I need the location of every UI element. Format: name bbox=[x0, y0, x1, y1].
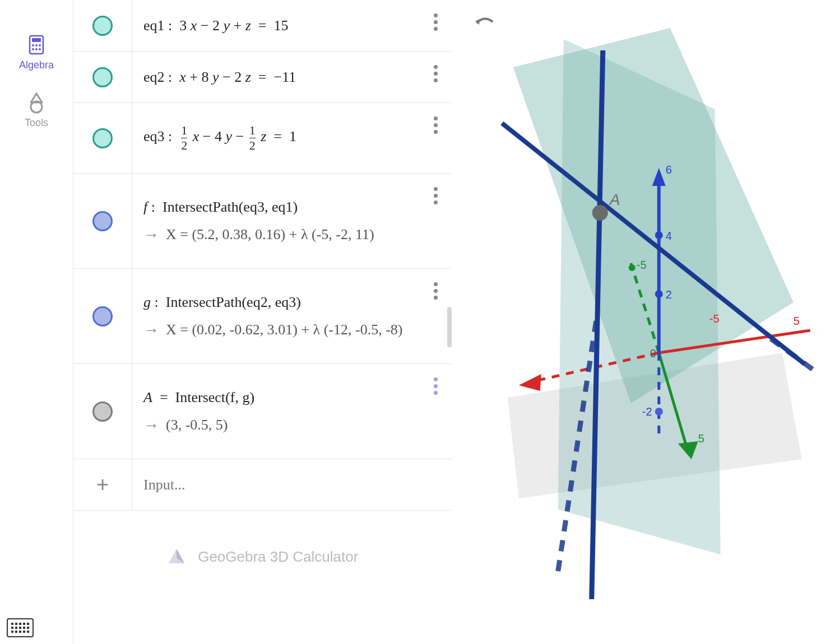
plus-icon: + bbox=[96, 473, 109, 497]
svg-text:-5: -5 bbox=[709, 312, 719, 325]
svg-text:-2: -2 bbox=[642, 405, 652, 418]
expr-eq3: eq3 : 12 x − 4 y − 12 z = 1 bbox=[132, 103, 420, 173]
marble-icon bbox=[92, 16, 113, 36]
output-arrow-icon: → bbox=[143, 321, 159, 339]
output-arrow-icon: → bbox=[143, 416, 159, 434]
visibility-toggle-A[interactable] bbox=[73, 364, 132, 459]
marble-icon bbox=[92, 306, 113, 326]
visibility-toggle-g[interactable] bbox=[73, 269, 132, 363]
more-menu-eq3[interactable] bbox=[434, 116, 438, 134]
marble-icon bbox=[92, 402, 113, 422]
scrollbar-handle[interactable] bbox=[447, 307, 452, 347]
visibility-toggle-f[interactable] bbox=[73, 174, 132, 268]
output-arrow-icon: → bbox=[143, 226, 159, 244]
svg-point-3 bbox=[35, 44, 38, 46]
svg-text:-5: -5 bbox=[636, 259, 646, 271]
point-A-label: A bbox=[608, 191, 620, 208]
input-row[interactable]: + bbox=[73, 459, 452, 511]
more-menu-A[interactable] bbox=[434, 377, 438, 395]
svg-point-14 bbox=[655, 231, 662, 239]
svg-text:2: 2 bbox=[665, 288, 671, 301]
keyboard-button[interactable] bbox=[7, 618, 34, 637]
svg-point-16 bbox=[655, 408, 662, 416]
svg-text:4: 4 bbox=[665, 230, 671, 242]
svg-text:5: 5 bbox=[698, 432, 704, 445]
svg-point-6 bbox=[35, 48, 38, 50]
marble-icon bbox=[92, 128, 113, 148]
nav-tools[interactable]: Tools bbox=[25, 91, 48, 129]
svg-text:5: 5 bbox=[793, 315, 799, 327]
point-A[interactable] bbox=[592, 205, 607, 221]
arrowhead-x bbox=[518, 374, 541, 391]
svg-text:0: 0 bbox=[650, 347, 656, 360]
input-field[interactable] bbox=[143, 477, 409, 493]
undo-button[interactable] bbox=[474, 13, 495, 32]
svg-point-7 bbox=[39, 48, 41, 50]
svg-point-5 bbox=[32, 48, 34, 50]
add-row[interactable]: + bbox=[73, 459, 132, 510]
more-menu-eq1[interactable] bbox=[434, 13, 438, 31]
svg-rect-1 bbox=[32, 38, 41, 42]
nav-algebra[interactable]: Algebra bbox=[19, 34, 54, 71]
svg-point-2 bbox=[32, 44, 34, 46]
footer-text: GeoGebra 3D Calculator bbox=[198, 548, 358, 566]
calculator-icon bbox=[25, 34, 48, 56]
algebra-panel: eq1 : 3 x − 2 y + z = 15 eq2 : x + 8 y −… bbox=[73, 0, 457, 644]
visibility-toggle-eq3[interactable] bbox=[73, 103, 132, 173]
row-A[interactable]: A = Intersect(f, g) → (3, -0.5, 5) bbox=[73, 364, 452, 459]
geogebra-logo-icon bbox=[166, 547, 187, 567]
nav-algebra-label: Algebra bbox=[19, 59, 54, 71]
footer: GeoGebra 3D Calculator bbox=[73, 528, 452, 586]
svg-point-4 bbox=[39, 44, 41, 46]
marble-icon bbox=[92, 67, 113, 87]
expr-A: A = Intersect(f, g) → (3, -0.5, 5) bbox=[132, 364, 420, 459]
row-eq3[interactable]: eq3 : 12 x − 4 y − 12 z = 1 bbox=[73, 103, 452, 174]
expr-eq2: eq2 : x + 8 y − 2 z = −11 bbox=[132, 52, 420, 102]
row-eq2[interactable]: eq2 : x + 8 y − 2 z = −11 bbox=[73, 52, 452, 103]
expr-f: f : IntersectPath(eq3, eq1) → X = (5.2, … bbox=[132, 174, 420, 268]
marble-icon bbox=[92, 211, 113, 231]
svg-text:6: 6 bbox=[665, 164, 671, 176]
expr-g: g : IntersectPath(eq2, eq3) → X = (0.02,… bbox=[132, 269, 420, 363]
graphics-view-3d[interactable]: -5 5 -5 5 6 4 2 -2 0 A bbox=[457, 0, 836, 644]
nav-tools-label: Tools bbox=[25, 117, 48, 129]
visibility-toggle-eq1[interactable] bbox=[73, 0, 132, 51]
row-g[interactable]: g : IntersectPath(eq2, eq3) → X = (0.02,… bbox=[73, 269, 452, 364]
undo-icon bbox=[474, 13, 495, 30]
more-menu-eq2[interactable] bbox=[434, 65, 438, 82]
svg-point-15 bbox=[655, 290, 662, 298]
tools-icon bbox=[25, 91, 48, 114]
more-menu-g[interactable] bbox=[434, 282, 438, 300]
row-f[interactable]: f : IntersectPath(eq3, eq1) → X = (5.2, … bbox=[73, 174, 452, 269]
scene-3d: -5 5 -5 5 6 4 2 -2 0 A bbox=[457, 0, 836, 644]
plane-teal-2 bbox=[558, 39, 720, 554]
svg-point-11 bbox=[628, 264, 635, 271]
keyboard-icon bbox=[11, 623, 29, 633]
row-eq1[interactable]: eq1 : 3 x − 2 y + z = 15 bbox=[73, 0, 452, 52]
expr-eq1: eq1 : 3 x − 2 y + z = 15 bbox=[132, 0, 420, 51]
more-menu-f[interactable] bbox=[434, 187, 438, 204]
left-nav: Algebra Tools bbox=[0, 0, 73, 644]
visibility-toggle-eq2[interactable] bbox=[73, 52, 132, 102]
